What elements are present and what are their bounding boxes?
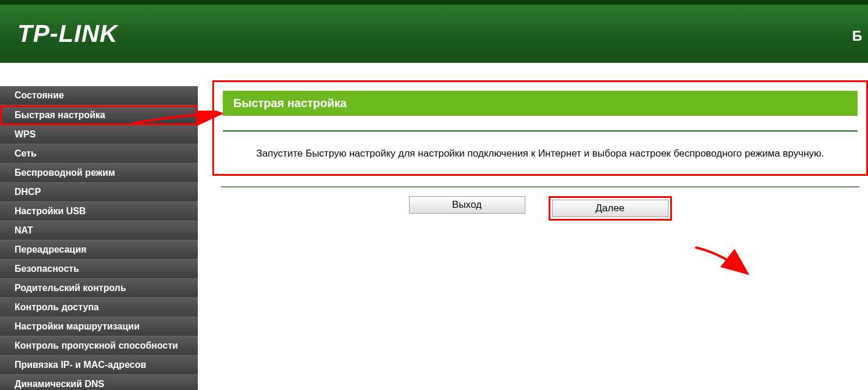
- header: TP-LINK Б: [0, 0, 868, 63]
- button-row: Выход Далее: [212, 196, 868, 221]
- sidebar-item-4[interactable]: Беспроводной режим: [0, 164, 198, 183]
- exit-button[interactable]: Выход: [409, 196, 525, 214]
- sidebar-item-11[interactable]: Контроль доступа: [0, 298, 198, 317]
- sidebar-item-5[interactable]: DHCP: [0, 183, 198, 202]
- sidebar-item-1[interactable]: Быстрая настройка: [0, 105, 198, 125]
- divider-bottom: [221, 186, 859, 187]
- sidebar-item-13[interactable]: Контроль пропускной способности: [0, 336, 198, 356]
- sidebar-item-6[interactable]: Настройки USB: [0, 202, 198, 221]
- main-content: Быстрая настройка Запустите Быструю наст…: [198, 72, 868, 390]
- divider: [223, 130, 858, 132]
- next-button-highlight: Далее: [549, 196, 672, 221]
- sidebar-item-14[interactable]: Привязка IP- и MAC-адресов: [0, 356, 198, 375]
- sidebar-item-15[interactable]: Динамический DNS: [0, 375, 198, 390]
- sidebar-item-8[interactable]: Переадресация: [0, 240, 198, 260]
- sidebar-item-10[interactable]: Родительский контроль: [0, 279, 198, 298]
- sidebar-item-2[interactable]: WPS: [0, 125, 198, 144]
- annotation-arrow-to-next: [692, 244, 756, 279]
- sidebar-item-7[interactable]: NAT: [0, 221, 198, 240]
- header-right-char: Б: [852, 28, 862, 44]
- description-text: Запустите Быструю настройку для настройк…: [223, 148, 858, 159]
- logo: TP-LINK: [17, 20, 118, 48]
- next-button[interactable]: Далее: [552, 200, 668, 217]
- quick-setup-panel: Быстрая настройка Запустите Быструю наст…: [212, 80, 868, 176]
- sidebar: СостояниеБыстрая настройкаWPSСетьБеспров…: [0, 72, 198, 390]
- sidebar-item-9[interactable]: Безопасность: [0, 260, 198, 279]
- layout: СостояниеБыстрая настройкаWPSСетьБеспров…: [0, 72, 868, 390]
- page-title: Быстрая настройка: [223, 91, 858, 116]
- sidebar-item-0[interactable]: Состояние: [0, 86, 198, 105]
- sidebar-item-12[interactable]: Настройки маршрутизации: [0, 317, 198, 336]
- sidebar-item-3[interactable]: Сеть: [0, 144, 198, 164]
